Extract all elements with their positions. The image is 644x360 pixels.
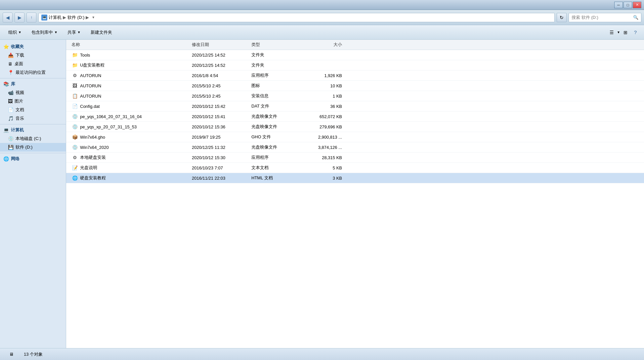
file-row[interactable]: 📝 光盘说明 2016/10/23 7:07 文本文档 5 KB xyxy=(66,163,644,173)
file-name-text: AUTORUN xyxy=(80,73,101,78)
organize-button[interactable]: 组织 ▼ xyxy=(4,27,26,38)
file-row[interactable]: 💿 pe_yqs_xp_20_07_31_15_53 2020/10/12 15… xyxy=(66,122,644,132)
file-row[interactable]: 🌐 硬盘安装教程 2016/11/21 22:03 HTML 文档 3 KB xyxy=(66,173,644,183)
sidebar-divider-3 xyxy=(0,153,66,153)
add-to-library-button[interactable]: 包含到库中 ▼ xyxy=(27,27,62,38)
new-folder-label: 新建文件夹 xyxy=(91,29,112,35)
file-name-text: Win7x64.gho xyxy=(80,135,105,140)
file-type: 图标 xyxy=(251,83,304,89)
file-row[interactable]: 📁 Tools 2020/12/25 14:52 文件夹 xyxy=(66,50,644,60)
document-icon: 📄 xyxy=(8,107,14,112)
sidebar-header-network[interactable]: 🌐 网络 xyxy=(0,155,66,163)
view-list-button[interactable]: ☰ xyxy=(607,28,616,37)
sidebar-divider-1 xyxy=(0,78,66,78)
sidebar-item-recent[interactable]: 📍 最近访问的位置 xyxy=(0,68,66,77)
sidebar-item-drive-d[interactable]: 💾 软件 (D:) xyxy=(0,143,66,152)
col-header-type[interactable]: 类型 xyxy=(251,42,304,48)
file-type: 应用程序 xyxy=(251,155,304,160)
file-type-icon: 🖼 xyxy=(71,82,78,89)
breadcrumb[interactable]: 💻 计算机 ▶ 软件 (D:) ▶ ▼ xyxy=(38,13,555,22)
sidebar: ⭐ 收藏夹 📥 下载 🖥 桌面 📍 最近访问的位置 📚 库 xyxy=(0,40,66,348)
col-header-size[interactable]: 大小 xyxy=(304,42,347,48)
file-type-icon: ⚙ xyxy=(71,154,78,161)
file-date: 2020/10/12 15:41 xyxy=(192,114,251,119)
sidebar-item-picture[interactable]: 🖼 图片 xyxy=(0,97,66,106)
sidebar-item-music[interactable]: 🎵 音乐 xyxy=(0,114,66,123)
file-type: 应用程序 xyxy=(251,72,304,78)
file-row[interactable]: 📁 U盘安装教程 2020/12/25 14:52 文件夹 xyxy=(66,60,644,70)
sidebar-header-computer[interactable]: 💻 计算机 xyxy=(0,126,66,134)
view-buttons: ☰ ▼ ⊞ ? xyxy=(607,28,640,37)
file-date: 2015/5/10 2:45 xyxy=(192,83,251,88)
address-bar: ◀ ▶ ↑ 💻 计算机 ▶ 软件 (D:) ▶ ▼ ↻ 🔍 xyxy=(0,10,644,25)
breadcrumb-computer[interactable]: 计算机 xyxy=(49,15,62,21)
document-label: 文档 xyxy=(16,107,24,113)
library-dropdown-icon: ▼ xyxy=(54,30,58,34)
file-row[interactable]: 📋 AUTORUN 2015/5/10 2:45 安装信息 1 KB xyxy=(66,91,644,101)
file-row[interactable]: 💿 pe_yqs_1064_20_07_31_16_04 2020/10/12 … xyxy=(66,112,644,122)
file-row[interactable]: ⚙ AUTORUN 2016/1/8 4:54 应用程序 1,926 KB xyxy=(66,70,644,81)
computer-nav-icon: 💻 xyxy=(3,127,9,133)
file-type: 光盘映像文件 xyxy=(251,113,304,119)
sidebar-header-library[interactable]: 📚 库 xyxy=(0,80,66,88)
file-date: 2015/5/10 2:45 xyxy=(192,94,251,99)
search-input[interactable] xyxy=(572,15,631,20)
breadcrumb-dropdown[interactable]: ▼ xyxy=(92,16,95,19)
file-date: 2020/12/25 14:52 xyxy=(192,53,251,58)
file-type-icon: ⚙ xyxy=(71,72,78,79)
library-label: 库 xyxy=(11,81,15,87)
file-type-icon: 📋 xyxy=(71,93,78,99)
sidebar-divider-2 xyxy=(0,124,66,124)
sidebar-item-video[interactable]: 📹 视频 xyxy=(0,88,66,97)
file-name-cell: 💿 Win7x64_2020 xyxy=(66,144,192,151)
file-type: GHO 文件 xyxy=(251,134,304,140)
breadcrumb-drive[interactable]: 软件 (D:) xyxy=(67,15,84,21)
sidebar-item-drive-c[interactable]: 💿 本地磁盘 (C:) xyxy=(0,134,66,143)
file-row[interactable]: 💿 Win7x64_2020 2020/12/25 11:32 光盘映像文件 3… xyxy=(66,142,644,153)
maximize-button[interactable]: □ xyxy=(623,2,632,8)
minimize-button[interactable]: ─ xyxy=(614,2,623,8)
new-folder-button[interactable]: 新建文件夹 xyxy=(86,27,116,38)
file-name-text: Config.dat xyxy=(80,104,100,109)
file-type-icon: 💿 xyxy=(71,123,78,130)
favorites-label: 收藏夹 xyxy=(11,44,24,50)
file-type-icon: 📁 xyxy=(71,62,78,68)
sidebar-item-document[interactable]: 📄 文档 xyxy=(0,106,66,114)
file-row[interactable]: 🖼 AUTORUN 2015/5/10 2:45 图标 10 KB xyxy=(66,81,644,91)
computer-nav-label: 计算机 xyxy=(11,127,24,133)
search-box[interactable]: 🔍 xyxy=(569,13,641,22)
file-size: 10 KB xyxy=(304,83,347,88)
search-icon[interactable]: 🔍 xyxy=(633,15,638,20)
desktop-icon: 🖥 xyxy=(8,61,13,67)
file-name-text: AUTORUN xyxy=(80,94,101,99)
file-name-text: AUTORUN xyxy=(80,83,101,88)
file-size: 28,315 KB xyxy=(304,155,347,160)
help-button[interactable]: ? xyxy=(631,28,640,37)
favorites-icon: ⭐ xyxy=(3,44,9,49)
sidebar-item-downloads[interactable]: 📥 下载 xyxy=(0,51,66,60)
forward-button[interactable]: ▶ xyxy=(15,13,24,22)
back-button[interactable]: ◀ xyxy=(3,13,13,22)
file-type: HTML 文档 xyxy=(251,175,304,181)
file-date: 2019/9/7 19:25 xyxy=(192,135,251,140)
close-button[interactable]: ✕ xyxy=(633,2,641,8)
file-row[interactable]: 📦 Win7x64.gho 2019/9/7 19:25 GHO 文件 2,90… xyxy=(66,132,644,142)
file-size: 2,900,813 ... xyxy=(304,135,347,140)
file-date: 2016/10/23 7:07 xyxy=(192,165,251,170)
file-row[interactable]: 📄 Config.dat 2020/10/12 15:42 DAT 文件 36 … xyxy=(66,101,644,112)
col-header-date[interactable]: 修改日期 xyxy=(192,42,251,48)
col-header-name[interactable]: 名称 xyxy=(66,42,192,48)
sidebar-item-desktop[interactable]: 🖥 桌面 xyxy=(0,60,66,68)
sidebar-header-favorites[interactable]: ⭐ 收藏夹 xyxy=(0,42,66,51)
organize-dropdown-icon: ▼ xyxy=(18,30,21,34)
view-tiles-button[interactable]: ⊞ xyxy=(621,28,630,37)
file-type: 文件夹 xyxy=(251,62,304,68)
file-name-cell: 🌐 硬盘安装教程 xyxy=(66,175,192,181)
file-size: 5 KB xyxy=(304,165,347,170)
refresh-button[interactable]: ↻ xyxy=(557,13,567,22)
share-button[interactable]: 共享 ▼ xyxy=(63,27,85,38)
view-dropdown-icon[interactable]: ▼ xyxy=(617,28,620,37)
up-button[interactable]: ↑ xyxy=(26,13,36,22)
file-row[interactable]: ⚙ 本地硬盘安装 2020/10/12 15:30 应用程序 28,315 KB xyxy=(66,153,644,163)
file-type-icon: 📄 xyxy=(71,103,78,110)
